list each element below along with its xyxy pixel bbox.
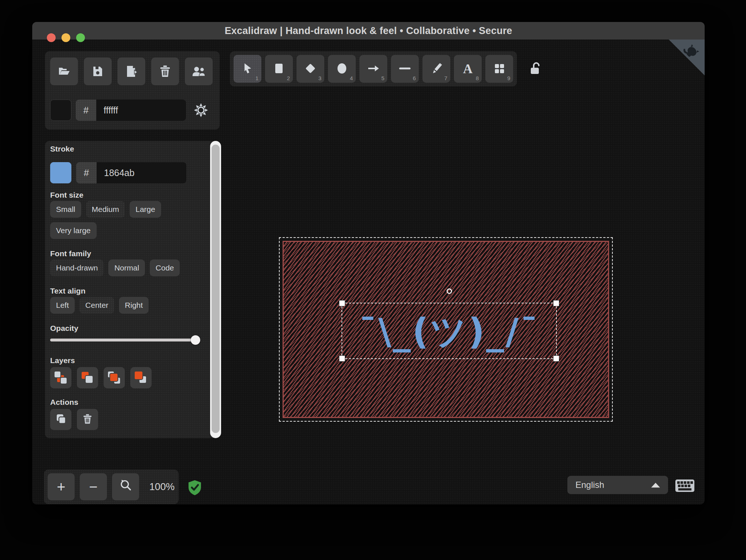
line-tool-icon [399,62,411,76]
tool-shortcut: 4 [350,75,353,81]
properties-panel: Stroke # Font size Small Medium Large Ve… [45,141,220,438]
github-corner-link[interactable] [669,40,705,75]
traffic-lights [47,33,85,42]
tool-rectangle[interactable]: 2 [265,55,293,83]
file-toolbar [50,57,213,85]
library-icon [493,62,506,76]
duplicate-icon [54,412,67,427]
delete-button[interactable] [77,409,98,430]
duplicate-button[interactable] [50,409,71,430]
panel-scrollbar[interactable] [210,141,221,438]
resize-handle-bottom-left[interactable] [339,355,345,362]
bring-forward-button[interactable] [104,367,125,388]
font-size-very-large[interactable]: Very large [50,222,97,239]
hex-hash-prefix: # [76,162,97,183]
tool-shortcut: 6 [413,75,416,81]
zoom-window-button[interactable] [76,33,85,42]
shape-toolbar: 1 2 3 4 5 6 7 A 8 [230,51,517,86]
tool-draw[interactable]: 7 [422,55,450,83]
selection-tool-icon [241,62,254,76]
text-selection-box[interactable]: ¯\_(ツ)_/¯ [342,303,557,359]
arrow-tool-icon [367,62,380,76]
tool-diamond[interactable]: 3 [296,55,324,83]
font-size-options: Small Medium Large [50,201,161,218]
collaboration-button[interactable] [185,57,213,85]
font-size-large[interactable]: Large [130,201,161,218]
unlock-icon [529,70,543,76]
diamond-tool-icon [304,62,317,76]
rectangle-tool-icon [273,62,285,76]
tool-ellipse[interactable]: 4 [328,55,356,83]
canvas-text-element[interactable]: ¯\_(ツ)_/¯ [359,308,539,356]
export-icon [124,64,139,79]
layers-label: Layers [50,356,75,365]
tool-shortcut: 5 [381,75,384,81]
send-to-back-button[interactable] [50,367,71,388]
text-align-right[interactable]: Right [119,297,149,314]
language-select[interactable]: English [567,476,668,494]
resize-handle-top-right[interactable] [553,300,559,306]
font-family-options: Hand-drawn Normal Code [50,260,180,276]
bring-to-front-button[interactable] [130,367,152,388]
text-align-left[interactable]: Left [50,297,75,314]
tool-line[interactable]: 6 [391,55,419,83]
save-button[interactable] [84,57,112,85]
font-family-hand-drawn[interactable]: Hand-drawn [50,260,104,276]
resize-handle-top-left[interactable] [339,300,345,306]
actions-buttons [50,409,98,430]
file-toolbar-island: # [45,51,220,130]
font-size-options-row2: Very large [50,222,97,239]
tool-shortcut: 2 [287,75,290,81]
rotate-handle[interactable] [447,288,452,294]
reset-zoom-button[interactable] [112,473,139,500]
background-hex-input[interactable] [96,100,186,121]
save-icon [91,64,105,78]
font-size-label: Font size [50,191,83,199]
tool-shortcut: 7 [444,75,447,81]
title-bar: Excalidraw | Hand-drawn look & feel • Co… [32,22,705,40]
tool-library[interactable]: 9 [485,55,513,83]
font-size-medium[interactable]: Medium [86,201,125,218]
tool-arrow[interactable]: 5 [359,55,387,83]
resize-handle-bottom-right[interactable] [553,355,559,362]
reset-zoom-icon [119,479,132,495]
trash-icon [82,413,93,426]
panel-scrollbar-thumb[interactable] [212,145,220,433]
stroke-hex-input[interactable] [97,162,186,183]
background-hex-control: # [76,100,186,121]
export-button[interactable] [118,57,145,85]
stroke-hex-control: # [76,162,186,183]
draw-tool-icon [430,62,443,76]
encryption-status[interactable] [187,479,202,498]
sun-icon [193,113,209,120]
close-window-button[interactable] [47,33,56,42]
font-size-small[interactable]: Small [50,201,81,218]
canvas-background-row: # [50,100,186,121]
text-align-center[interactable]: Center [79,297,114,314]
window-title: Excalidraw | Hand-drawn look & feel • Co… [225,25,512,37]
text-tool-icon: A [463,61,473,76]
minimize-window-button[interactable] [61,33,70,42]
text-align-label: Text align [50,287,85,295]
lock-toggle[interactable] [529,61,543,77]
zoom-toolbar: + − 100% [44,470,179,504]
opacity-label: Opacity [50,324,78,333]
theme-toggle[interactable] [193,102,209,120]
font-family-code[interactable]: Code [150,260,180,276]
tool-selection[interactable]: 1 [234,55,261,83]
background-color-swatch[interactable] [50,100,71,121]
clear-canvas-button[interactable] [151,57,179,85]
send-backward-button[interactable] [77,367,98,388]
tool-text[interactable]: A 8 [454,55,482,83]
opacity-slider[interactable] [50,339,199,341]
load-button[interactable] [50,57,78,85]
stroke-color-swatch[interactable] [50,162,71,183]
zoom-in-button[interactable]: + [48,473,75,500]
opacity-slider-thumb[interactable] [191,335,200,345]
keyboard-shortcuts-button[interactable] [675,478,695,495]
shield-check-icon [187,491,202,497]
collaborators-icon [191,64,206,78]
zoom-level[interactable]: 100% [149,481,175,493]
font-family-normal[interactable]: Normal [108,260,145,276]
zoom-out-button[interactable]: − [80,473,107,500]
